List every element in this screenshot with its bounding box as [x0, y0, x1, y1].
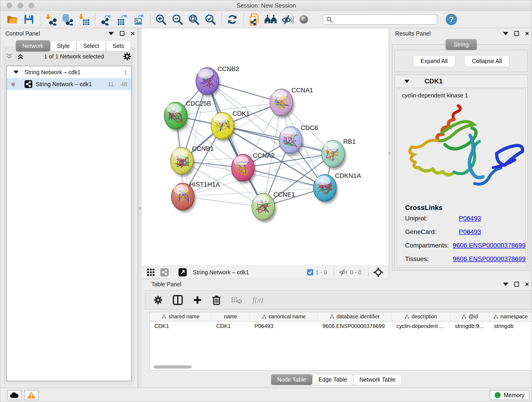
memory-button[interactable]: Memory — [490, 390, 530, 400]
cloud-button[interactable] — [7, 390, 22, 400]
collapse-all-button[interactable]: Collapse All — [464, 55, 510, 67]
column-header-namespace[interactable]: namespace — [489, 312, 532, 321]
column-header-database-identifier[interactable]: database identifier — [318, 312, 392, 321]
table-cell[interactable]: stringdb — [489, 322, 532, 331]
grid-view-icon[interactable] — [147, 268, 155, 276]
export-image-button[interactable] — [132, 13, 146, 26]
network-canvas[interactable]: CCNB2CCNA1CDC25BCDK1CDC6RB1CCNB1CCNA2CDK… — [142, 28, 388, 266]
tab-select[interactable]: Select — [76, 40, 106, 51]
horizontal-scrollbar[interactable] — [153, 365, 191, 369]
network-node[interactable]: CCNB2 — [196, 65, 239, 97]
tab-string[interactable]: String — [446, 39, 476, 50]
table-gear-icon[interactable] — [153, 295, 163, 305]
network-view-toolbar: String Network – cdk1 1 - 0 0 - 0 — [142, 266, 388, 279]
crosslink-value-link[interactable]: P06493 — [459, 215, 481, 222]
import-network-button[interactable] — [44, 13, 57, 26]
delete-table-icon[interactable] — [231, 296, 242, 304]
table-cell[interactable]: stringdb:9... — [450, 322, 489, 331]
tab-node-table[interactable]: Node Table — [271, 374, 312, 385]
network-node[interactable]: CDKN1A — [313, 172, 361, 204]
network-node[interactable]: HIST1H1A — [171, 181, 220, 212]
import-network-from-database-button[interactable] — [61, 13, 74, 26]
collapse-all-icon[interactable] — [6, 53, 14, 60]
network-node[interactable]: CCNE1 — [252, 191, 295, 223]
network-edge[interactable] — [183, 81, 207, 197]
network-node[interactable]: CDC6 — [279, 124, 318, 156]
selected-checkbox-icon[interactable] — [307, 269, 314, 276]
tab-network-table[interactable]: Network Table — [353, 374, 402, 385]
network-collection-row[interactable]: String Network – cdk1 1 — [7, 66, 131, 78]
tab-sets[interactable]: Sets — [106, 40, 131, 51]
function-builder-button[interactable]: f(x) — [253, 296, 263, 304]
crosslink-value-link[interactable]: 9606.ENSP00000378699 — [453, 242, 526, 249]
hidden-count: 0 - 0 — [350, 269, 361, 276]
column-header-@id[interactable]: @id — [450, 312, 489, 321]
column-header-shared-name[interactable]: shared name — [150, 312, 212, 321]
column-header-canonical-name[interactable]: canonical name — [250, 312, 318, 321]
show-graphics-details-button[interactable] — [264, 13, 278, 26]
table-cell[interactable]: 9606.ENSP00000378699 — [318, 322, 392, 331]
open-in-window-icon[interactable] — [178, 268, 187, 277]
help-button[interactable]: ? — [445, 13, 457, 26]
tab-style[interactable]: Style — [51, 40, 76, 51]
control-panel-close-icon[interactable]: × — [130, 31, 134, 36]
table-row[interactable]: CDK1CDK1P064939606.ENSP00000378699cyclin… — [150, 322, 532, 331]
zoom-in-button[interactable] — [154, 13, 167, 26]
fit-selected-crosshair-icon[interactable] — [373, 267, 383, 277]
right-splitter[interactable] — [388, 28, 390, 279]
show-hidden-button[interactable] — [297, 13, 310, 26]
table-panel-float-icon[interactable] — [514, 282, 519, 287]
control-panel-collapse-icon[interactable] — [108, 32, 114, 35]
network-node[interactable]: CCNA1 — [270, 87, 313, 118]
crosslink-value-link[interactable]: 9606.ENSP00000378699 — [453, 255, 526, 263]
expand-all-button[interactable]: Expand All — [413, 55, 455, 67]
refresh-button[interactable] — [226, 13, 239, 26]
results-panel-collapse-icon[interactable] — [503, 32, 508, 35]
zoom-selected-button[interactable] — [204, 13, 217, 26]
table-cell[interactable]: CDK1 — [212, 322, 250, 331]
houses-icon — [264, 14, 278, 25]
network-node[interactable]: CDK1 — [211, 110, 250, 142]
gear-icon[interactable] — [123, 52, 131, 61]
hide-selected-button[interactable] — [281, 13, 294, 26]
results-panel-float-icon[interactable] — [514, 31, 519, 36]
network-node[interactable]: CCNB1 — [171, 145, 214, 177]
save-session-button[interactable] — [22, 13, 36, 26]
export-network-button[interactable] — [99, 13, 113, 26]
network-node[interactable]: CDC25B — [164, 100, 211, 132]
table-panel-close-icon[interactable]: × — [525, 282, 529, 287]
result-item-header[interactable]: CDK1 — [395, 75, 528, 88]
tab-edge-table[interactable]: Edge Table — [312, 374, 353, 385]
results-panel-close-icon[interactable]: × — [525, 31, 529, 36]
expand-all-icon[interactable] — [17, 53, 25, 60]
collection-label: String Network – cdk1 — [25, 69, 81, 76]
splitter-handle[interactable] — [139, 207, 141, 210]
network-list-icon[interactable] — [160, 268, 169, 277]
search-input[interactable] — [323, 14, 437, 25]
crosslink-value-link[interactable]: P06493 — [459, 228, 481, 236]
table-cell[interactable]: P06493 — [250, 322, 318, 331]
export-table-button[interactable] — [116, 13, 129, 26]
tab-network[interactable]: Network — [16, 40, 50, 51]
left-splitter[interactable] — [138, 28, 142, 388]
table-panel-collapse-icon[interactable] — [503, 283, 508, 286]
network-node[interactable]: RB1 — [322, 138, 355, 170]
hidden-eye-icon[interactable] — [339, 269, 348, 276]
column-header-description[interactable]: description — [392, 312, 450, 321]
open-session-button[interactable] — [6, 13, 19, 26]
zoom-out-button[interactable] — [171, 13, 184, 26]
split-panel-icon[interactable] — [173, 295, 183, 305]
zoom-fit-button[interactable] — [187, 13, 201, 26]
control-panel-float-icon[interactable] — [120, 31, 124, 36]
import-table-button[interactable] — [77, 13, 90, 26]
network-row[interactable]: String Network – cdk1 11 48 — [7, 78, 131, 90]
result-item-collapse-icon[interactable] — [404, 80, 409, 83]
delete-column-icon[interactable] — [212, 295, 221, 305]
collection-expand-icon[interactable] — [13, 70, 19, 74]
add-column-icon[interactable] — [193, 295, 202, 305]
duplicate-network-button[interactable] — [248, 13, 261, 26]
column-header-name[interactable]: name — [212, 312, 250, 321]
warnings-button[interactable] — [24, 390, 39, 400]
table-cell[interactable]: cyclin-dependent ... — [392, 322, 450, 331]
table-cell[interactable]: CDK1 — [150, 322, 212, 331]
